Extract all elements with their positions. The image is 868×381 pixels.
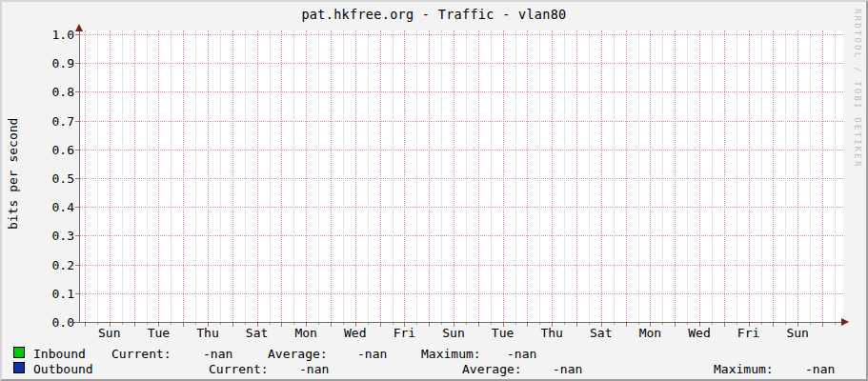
rrdtool-watermark: RRDTOOL / TOBI OETIKER — [853, 9, 862, 169]
v-gridline-minor — [195, 30, 196, 322]
x-tick — [281, 323, 282, 327]
y-tick-label: 0.4 — [2, 200, 74, 214]
x-tick-minor — [466, 323, 467, 325]
x-tick-label: Fri — [383, 326, 425, 340]
legend-label: Outbound — [33, 362, 93, 376]
x-tick-label: Mon — [629, 326, 671, 340]
v-gridline-major — [797, 30, 798, 322]
x-tick-minor — [810, 323, 811, 325]
v-gridline-major — [749, 30, 750, 322]
v-gridline-minor — [318, 30, 319, 322]
x-tick — [675, 323, 676, 327]
x-tick-minor — [122, 323, 123, 325]
x-axis-arrow-icon — [841, 318, 849, 326]
y-tick-label: 0.8 — [2, 85, 74, 99]
x-tick-minor — [662, 323, 663, 325]
v-gridline-minor — [393, 30, 394, 322]
x-tick-label: Wed — [334, 326, 376, 340]
y-tick-label: 0.3 — [2, 229, 74, 243]
v-gridline-major — [183, 30, 184, 322]
x-tick-minor — [491, 323, 492, 325]
x-tick — [183, 323, 184, 327]
x-tick-minor — [416, 323, 417, 325]
x-tick-minor — [712, 323, 713, 325]
x-tick-minor — [318, 323, 319, 325]
v-gridline-minor — [491, 30, 492, 322]
x-tick-label: Tue — [137, 326, 179, 340]
v-gridline-major — [281, 30, 282, 322]
v-gridline-minor — [761, 30, 762, 322]
x-tick — [429, 323, 430, 327]
x-tick — [134, 323, 135, 327]
v-gridline-minor — [687, 30, 688, 322]
current-label: Current: — [111, 347, 172, 361]
current-value: -nan — [299, 362, 329, 376]
current-label: Current: — [209, 362, 269, 376]
x-tick-minor — [737, 323, 737, 325]
v-gridline-minor — [368, 30, 369, 322]
v-gridline-minor — [441, 30, 442, 322]
x-tick-minor — [270, 323, 271, 325]
v-gridline-major — [110, 30, 111, 322]
v-gridline-minor — [270, 30, 271, 322]
x-tick-minor — [515, 323, 516, 325]
v-gridline-major — [724, 30, 725, 322]
v-gridline-major — [331, 30, 332, 322]
v-gridline-minor — [466, 30, 467, 322]
x-tick-label: Sun — [89, 326, 131, 340]
v-gridline-major — [601, 30, 602, 322]
y-axis-arrow-icon — [75, 24, 83, 31]
x-tick-label: Sun — [777, 326, 818, 340]
x-tick — [576, 323, 577, 327]
v-gridline-minor — [662, 30, 663, 322]
x-tick-minor — [614, 323, 615, 325]
x-tick-label: Sat — [580, 326, 622, 340]
x-tick-label: Thu — [531, 326, 573, 340]
v-gridline-major — [134, 30, 135, 322]
average-label: Average: — [462, 362, 522, 376]
v-gridline-minor — [171, 30, 172, 322]
x-tick-minor — [171, 323, 172, 325]
maximum-value: -nan — [805, 362, 835, 376]
y-tick-label: 0.6 — [2, 143, 74, 157]
v-gridline-major — [404, 30, 405, 322]
v-gridline-major — [527, 30, 528, 322]
x-axis-line — [73, 322, 841, 323]
v-gridline-minor — [712, 30, 713, 322]
x-tick-label: Tue — [482, 326, 524, 340]
outbound-swatch-icon — [13, 362, 25, 373]
y-axis-line — [79, 29, 80, 323]
v-gridline-minor — [614, 30, 615, 322]
v-gridline-major — [429, 30, 430, 322]
y-tick-label: 0.1 — [2, 287, 74, 301]
x-tick-minor — [195, 323, 196, 325]
v-gridline-minor — [343, 30, 344, 322]
average-value: -nan — [553, 362, 582, 376]
v-gridline-major — [552, 30, 553, 322]
maximum-label: Maximum: — [714, 362, 774, 376]
x-tick — [380, 323, 381, 327]
v-gridline-minor — [835, 30, 836, 322]
v-gridline-minor — [220, 30, 221, 322]
v-gridline-minor — [293, 30, 294, 322]
y-tick-label: 0.5 — [2, 171, 74, 186]
average-value: -nan — [357, 347, 387, 361]
y-tick-label: 1.0 — [2, 28, 74, 42]
current-value: -nan — [203, 347, 232, 361]
x-tick-label: Sat — [236, 326, 278, 340]
x-tick-minor — [441, 323, 442, 325]
inbound-swatch-icon — [13, 347, 25, 358]
y-tick-label: 0.0 — [2, 315, 74, 330]
v-gridline-major — [503, 30, 504, 322]
x-tick — [724, 323, 725, 327]
x-tick — [232, 323, 233, 327]
x-tick-minor — [835, 323, 836, 325]
v-gridline-major — [257, 30, 258, 322]
v-gridline-major — [232, 30, 233, 322]
x-tick — [527, 323, 528, 327]
x-tick-minor — [368, 323, 369, 325]
v-gridline-minor — [564, 30, 565, 322]
x-tick — [626, 323, 627, 327]
graph-title: pat.hkfree.org - Traffic - vlan80 — [2, 7, 866, 22]
v-gridline-minor — [539, 30, 540, 322]
